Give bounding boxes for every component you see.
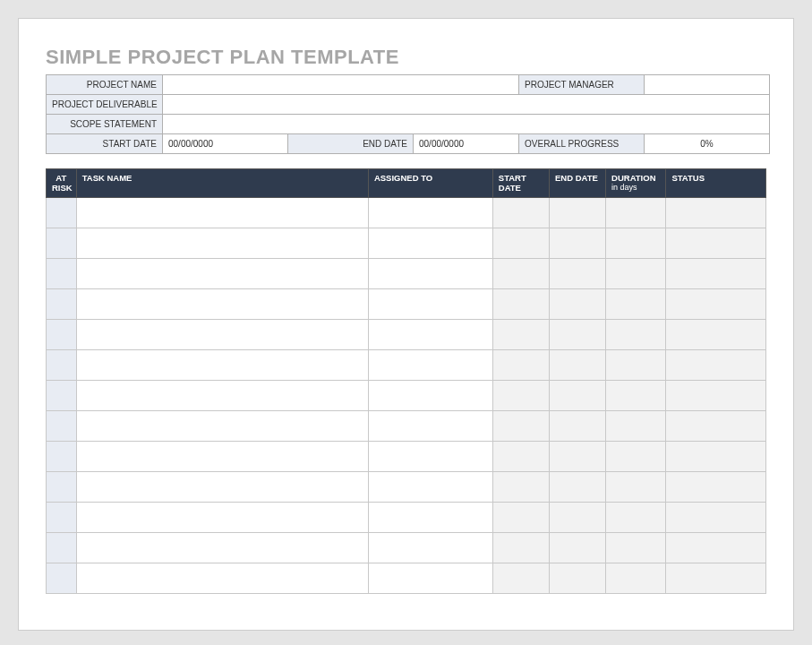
cell-status[interactable] — [666, 197, 766, 228]
cell-taskname[interactable] — [76, 532, 368, 563]
cell-atrisk[interactable] — [47, 502, 77, 532]
cell-atrisk[interactable] — [47, 319, 77, 349]
cell-atrisk[interactable] — [47, 288, 77, 319]
cell-atrisk[interactable] — [47, 532, 77, 563]
cell-assigned[interactable] — [368, 258, 492, 288]
cell-atrisk[interactable] — [47, 410, 77, 441]
value-project-manager[interactable] — [645, 75, 770, 95]
cell-atrisk[interactable] — [47, 258, 77, 288]
cell-atrisk[interactable] — [47, 228, 77, 258]
cell-atrisk[interactable] — [47, 563, 77, 593]
cell-duration[interactable] — [606, 410, 666, 441]
cell-taskname[interactable] — [76, 319, 368, 349]
cell-enddate[interactable] — [549, 410, 605, 441]
value-scope[interactable] — [163, 115, 770, 134]
cell-duration[interactable] — [606, 349, 666, 380]
cell-duration[interactable] — [606, 532, 666, 563]
cell-startdate[interactable] — [492, 349, 549, 380]
value-deliverable[interactable] — [163, 95, 770, 115]
cell-startdate[interactable] — [492, 441, 549, 471]
cell-duration[interactable] — [606, 380, 666, 410]
cell-assigned[interactable] — [368, 349, 492, 380]
tasks-table: AT RISK TASK NAME ASSIGNED TO START DATE… — [46, 168, 766, 594]
value-overall-progress[interactable]: 0% — [645, 134, 770, 154]
cell-taskname[interactable] — [76, 197, 368, 228]
cell-enddate[interactable] — [549, 258, 605, 288]
cell-enddate[interactable] — [549, 471, 605, 502]
cell-startdate[interactable] — [492, 563, 549, 593]
cell-enddate[interactable] — [549, 228, 605, 258]
value-start-date[interactable]: 00/00/0000 — [163, 134, 288, 154]
cell-taskname[interactable] — [76, 441, 368, 471]
cell-assigned[interactable] — [368, 441, 492, 471]
cell-status[interactable] — [666, 380, 766, 410]
cell-status[interactable] — [666, 410, 766, 441]
cell-startdate[interactable] — [492, 502, 549, 532]
cell-status[interactable] — [666, 349, 766, 380]
cell-duration[interactable] — [606, 319, 666, 349]
cell-duration[interactable] — [606, 197, 666, 228]
cell-startdate[interactable] — [492, 319, 549, 349]
cell-atrisk[interactable] — [47, 380, 77, 410]
value-end-date[interactable]: 00/00/0000 — [414, 134, 519, 154]
cell-taskname[interactable] — [76, 349, 368, 380]
cell-status[interactable] — [666, 441, 766, 471]
cell-taskname[interactable] — [76, 471, 368, 502]
cell-enddate[interactable] — [549, 197, 605, 228]
cell-atrisk[interactable] — [47, 471, 77, 502]
cell-duration[interactable] — [606, 228, 666, 258]
label-project-name: PROJECT NAME — [47, 75, 163, 95]
cell-duration[interactable] — [606, 258, 666, 288]
cell-startdate[interactable] — [492, 532, 549, 563]
cell-startdate[interactable] — [492, 410, 549, 441]
cell-status[interactable] — [666, 319, 766, 349]
cell-enddate[interactable] — [549, 532, 605, 563]
cell-taskname[interactable] — [76, 380, 368, 410]
cell-startdate[interactable] — [492, 471, 549, 502]
cell-duration[interactable] — [606, 288, 666, 319]
cell-enddate[interactable] — [549, 380, 605, 410]
cell-taskname[interactable] — [76, 563, 368, 593]
cell-startdate[interactable] — [492, 380, 549, 410]
cell-enddate[interactable] — [549, 349, 605, 380]
cell-enddate[interactable] — [549, 502, 605, 532]
cell-enddate[interactable] — [549, 288, 605, 319]
cell-taskname[interactable] — [76, 410, 368, 441]
cell-atrisk[interactable] — [47, 197, 77, 228]
cell-status[interactable] — [666, 532, 766, 563]
cell-duration[interactable] — [606, 441, 666, 471]
cell-status[interactable] — [666, 228, 766, 258]
cell-taskname[interactable] — [76, 502, 368, 532]
cell-status[interactable] — [666, 471, 766, 502]
cell-assigned[interactable] — [368, 563, 492, 593]
cell-assigned[interactable] — [368, 410, 492, 441]
cell-enddate[interactable] — [549, 563, 605, 593]
cell-startdate[interactable] — [492, 228, 549, 258]
cell-assigned[interactable] — [368, 288, 492, 319]
cell-duration[interactable] — [606, 563, 666, 593]
cell-taskname[interactable] — [76, 288, 368, 319]
cell-status[interactable] — [666, 258, 766, 288]
cell-assigned[interactable] — [368, 197, 492, 228]
cell-assigned[interactable] — [368, 502, 492, 532]
cell-startdate[interactable] — [492, 288, 549, 319]
cell-startdate[interactable] — [492, 258, 549, 288]
cell-enddate[interactable] — [549, 319, 605, 349]
cell-status[interactable] — [666, 502, 766, 532]
cell-assigned[interactable] — [368, 380, 492, 410]
cell-taskname[interactable] — [76, 258, 368, 288]
cell-assigned[interactable] — [368, 471, 492, 502]
cell-enddate[interactable] — [549, 441, 605, 471]
cell-assigned[interactable] — [368, 532, 492, 563]
cell-duration[interactable] — [606, 471, 666, 502]
cell-atrisk[interactable] — [47, 349, 77, 380]
cell-assigned[interactable] — [368, 319, 492, 349]
cell-status[interactable] — [666, 288, 766, 319]
cell-status[interactable] — [666, 563, 766, 593]
cell-taskname[interactable] — [76, 228, 368, 258]
cell-atrisk[interactable] — [47, 441, 77, 471]
cell-assigned[interactable] — [368, 228, 492, 258]
value-project-name[interactable] — [163, 75, 519, 95]
cell-duration[interactable] — [606, 502, 666, 532]
cell-startdate[interactable] — [492, 197, 549, 228]
